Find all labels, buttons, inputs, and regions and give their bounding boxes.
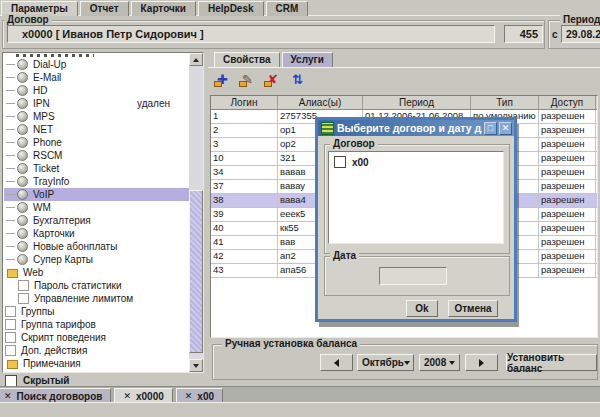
close-icon[interactable]: ✕	[123, 391, 131, 401]
tree-item[interactable]: Примечания	[4, 357, 189, 370]
next-month-button[interactable]	[465, 354, 498, 371]
table-cell: 42	[211, 250, 278, 263]
tree-item[interactable]: HD	[4, 84, 189, 97]
tree-item[interactable]: Бухгалтерия	[4, 214, 189, 227]
dialog-title-bar[interactable]: Выберите договор и дату для □ ✕	[318, 120, 514, 136]
column-header[interactable]: Логин	[211, 96, 278, 109]
year-select[interactable]: 2008	[419, 354, 460, 371]
tree-item[interactable]: Группа тарифов	[4, 318, 189, 331]
refresh-button[interactable]: ⇅	[288, 71, 307, 89]
tree-item[interactable]: Пароль статистики	[4, 279, 189, 292]
tree-item[interactable]: MPS	[4, 110, 189, 123]
status-strip	[0, 402, 600, 417]
column-header[interactable]: Доступ	[539, 96, 596, 109]
contract-combo[interactable]: x0000 [ Иванов Петр Сидорович ]	[7, 25, 495, 43]
table-cell: разрешен	[539, 138, 596, 151]
table-cell	[596, 194, 598, 207]
tree-item[interactable]: IPNудален	[4, 97, 189, 110]
page-icon	[5, 345, 16, 356]
tree-branch	[6, 103, 15, 104]
tree-branch	[6, 220, 15, 221]
table-cell: 3	[211, 138, 278, 151]
scroll-down-button[interactable]	[189, 359, 203, 372]
select-contract-dialog: Выберите договор и дату для □ ✕ Договор …	[315, 117, 517, 322]
column-header[interactable]: Период	[363, 96, 471, 109]
days-field[interactable]: 455	[504, 25, 543, 43]
top-tab-3[interactable]: HelpDesk	[198, 1, 264, 16]
page-icon	[18, 293, 29, 304]
maximize-button[interactable]: □	[484, 122, 497, 135]
ok-button[interactable]: Ok	[406, 300, 438, 317]
top-tab-2[interactable]: Карточки	[131, 1, 196, 16]
tree-item[interactable]: Группы	[4, 305, 189, 318]
year-value: 2008	[424, 357, 446, 368]
tree-item[interactable]: RSCM	[4, 149, 189, 162]
month-value: Октябрь	[362, 357, 404, 368]
tree-item[interactable]: Управление лимитом	[4, 292, 189, 305]
tree-branch	[6, 194, 15, 195]
tree-item[interactable]: E-Mail	[4, 71, 189, 84]
cancel-button[interactable]: Отмена	[448, 300, 498, 317]
tree-item[interactable]: TrayInfo	[4, 175, 189, 188]
delete-button[interactable]: ✘	[263, 71, 282, 89]
panel-tab-1[interactable]: Услуги	[282, 52, 333, 67]
tree-item-label: MPS	[33, 110, 55, 123]
module-icon	[17, 111, 28, 122]
add-button[interactable]: ✚	[213, 71, 232, 89]
table-cell: разрешен	[539, 208, 596, 221]
tree-item[interactable]: NET	[4, 123, 189, 136]
badge-icon	[214, 81, 222, 87]
arrow-left-icon	[330, 359, 339, 367]
scrollbar-thumb[interactable]	[189, 190, 203, 353]
month-select[interactable]: Октябрь	[357, 354, 414, 371]
tree-item-label: Карточки	[33, 227, 75, 240]
tree-item[interactable]: Web	[4, 266, 189, 279]
panel-tab-bar: СвойстваУслуги	[214, 52, 333, 67]
bottom-tab-0[interactable]: ✕Поиск договоров	[0, 388, 111, 403]
close-icon[interactable]: ✕	[185, 391, 193, 401]
tree-item-label: Скрипт поведения	[21, 331, 106, 344]
date-input[interactable]	[379, 267, 447, 285]
contract-list-item[interactable]: x00	[331, 155, 503, 169]
top-tab-1[interactable]: Отчет	[80, 1, 129, 16]
column-header[interactable]: Алиас(ы)	[278, 96, 363, 109]
tree-item-label: Примечания	[23, 357, 81, 370]
close-icon[interactable]: ✕	[4, 391, 12, 401]
tree-item-label: Dial-Up	[33, 58, 66, 71]
toolbar: ✚✎✘⇅	[213, 71, 307, 89]
prev-month-button[interactable]	[320, 354, 353, 371]
bottom-tab-bar: ✕Поиск договоров✕x0000✕x00	[0, 386, 600, 403]
module-icon	[17, 254, 28, 265]
scroll-up-button[interactable]	[189, 53, 203, 66]
set-balance-button[interactable]: Установить баланс	[506, 354, 597, 371]
table-cell: 40	[211, 222, 278, 235]
tree-item[interactable]: Новые абонплаты	[4, 240, 189, 253]
tree-item[interactable]: Скрипт поведения	[4, 331, 189, 344]
tree-item[interactable]: Супер Карты	[4, 253, 189, 266]
column-header[interactable]	[596, 96, 598, 109]
tree-item[interactable]: Карточки	[4, 227, 189, 240]
bottom-tab-1[interactable]: ✕x0000	[114, 388, 172, 403]
period-from-date-field[interactable]: 29.08.2	[561, 25, 600, 43]
arrow-up-icon	[193, 55, 199, 62]
contract-checkbox-label: x00	[352, 157, 369, 168]
tree-item[interactable]: Dial-Up	[4, 58, 189, 71]
top-tab-4[interactable]: CRM	[266, 1, 309, 16]
tree-item[interactable]: WM	[4, 201, 189, 214]
tree-branch	[6, 207, 15, 208]
bottom-tab-2[interactable]: ✕x00	[176, 388, 223, 403]
tree-item[interactable]: VoIP	[4, 188, 189, 201]
tree-scrollbar[interactable]	[189, 53, 203, 372]
tree-item[interactable]: Ticket	[4, 162, 189, 175]
tree-item[interactable]: Phone	[4, 136, 189, 149]
close-button[interactable]: ✕	[499, 122, 512, 135]
hidden-checkbox[interactable]	[5, 375, 17, 387]
edit-button[interactable]: ✎	[238, 71, 257, 89]
column-header[interactable]: Тип	[471, 96, 539, 109]
tree-item[interactable]: Доп. действия	[4, 344, 189, 357]
panel-tab-0[interactable]: Свойства	[214, 52, 280, 67]
service-tree-panel: Dial-UpE-MailHDIPNудаленMPSNETPhoneRSCMT…	[2, 52, 204, 373]
contract-checkbox[interactable]	[334, 156, 346, 168]
table-cell	[596, 236, 598, 249]
hidden-checkbox-label: Скрытый	[23, 375, 69, 386]
